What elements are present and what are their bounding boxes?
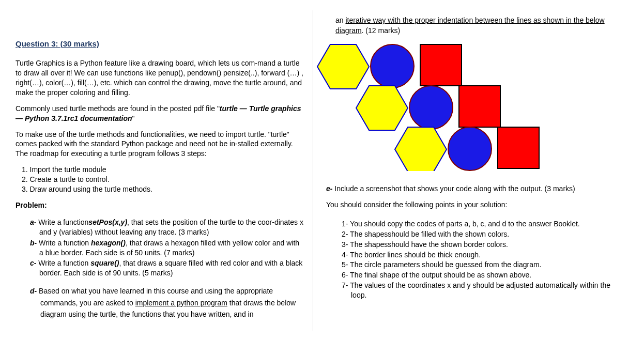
hexagon-icon bbox=[317, 44, 369, 89]
left-column: Question 3: (30 marks) Turtle Graphics i… bbox=[8, 10, 313, 331]
a-pre: Write a function bbox=[36, 218, 88, 226]
e-text: Include a screenshot that shows your cod… bbox=[332, 184, 575, 193]
d-continuation: an iterative way with the proper indenta… bbox=[335, 16, 610, 36]
fn-setpos: setPos(x,y) bbox=[88, 218, 127, 226]
point-item: 7- The values of the coordinates x and y… bbox=[342, 281, 610, 300]
circle-icon bbox=[448, 127, 492, 171]
square-icon bbox=[420, 44, 462, 86]
intro-paragraph-3: To make use of the turtle methods and fu… bbox=[16, 130, 305, 159]
lead-d: d- bbox=[30, 287, 37, 295]
diagram-svg bbox=[300, 42, 548, 171]
problem-sub-list: a- Write a functionsetPos(x,y), that set… bbox=[30, 218, 305, 278]
square-icon bbox=[459, 86, 500, 127]
point-item: 2- The shapesshould be filled with the s… bbox=[342, 229, 610, 239]
fn-hexagon: hexagon() bbox=[91, 239, 126, 247]
row-1 bbox=[317, 44, 462, 89]
item-c: c- Write a function square(), that draws… bbox=[30, 258, 305, 278]
point-item: 1- You should copy the codes of parts a,… bbox=[342, 219, 610, 229]
point-item: 3- The shapesshould have the shown borde… bbox=[342, 240, 610, 250]
points-intro: You should consider the following points… bbox=[326, 200, 610, 210]
square-icon bbox=[498, 127, 539, 168]
row-2 bbox=[356, 86, 500, 130]
step-item: 2. Create a turtle to control. bbox=[22, 175, 305, 184]
point-item: 5- The circle parameters should be guess… bbox=[342, 260, 610, 270]
d-cont-pre: an bbox=[335, 16, 345, 24]
b-pre: Write a function bbox=[37, 239, 91, 247]
circle-icon bbox=[371, 44, 414, 88]
item-b: b- Write a function hexagon(), that draw… bbox=[30, 238, 305, 258]
d-cont-post: . (12 marks) bbox=[362, 26, 401, 35]
c-pre: Write a function bbox=[36, 259, 90, 267]
steps-list: 1. Import the turtle module 2. Create a … bbox=[22, 165, 305, 194]
lead-a: a- bbox=[30, 218, 36, 226]
intro-paragraph-1: Turtle Graphics is a Python feature like… bbox=[16, 58, 305, 98]
circle-icon bbox=[409, 86, 453, 129]
shapes-diagram bbox=[300, 42, 610, 174]
right-column: an iterative way with the proper indenta… bbox=[313, 10, 618, 331]
step-item: 1. Import the turtle module bbox=[22, 165, 305, 175]
intro-paragraph-2: Commonly used turtle methods are found i… bbox=[16, 104, 305, 123]
points-list: 1- You should copy the codes of parts a,… bbox=[342, 219, 610, 300]
lead-e: e- bbox=[326, 184, 332, 193]
intro2-pre: Commonly used turtle methods are found i… bbox=[16, 104, 220, 113]
step-item: 3. Draw around using the turtle methods. bbox=[22, 184, 305, 194]
intro2-post: " bbox=[132, 114, 135, 122]
problem-label: Problem: bbox=[16, 200, 305, 210]
item-a: a- Write a functionsetPos(x,y), that set… bbox=[30, 218, 305, 237]
row-3 bbox=[395, 127, 539, 171]
d-underline: implement a python program bbox=[135, 299, 227, 307]
hexagon-icon bbox=[356, 86, 408, 130]
point-item: 6- The final shape of the output should … bbox=[342, 270, 610, 280]
item-e: e- Include a screenshot that shows your … bbox=[326, 184, 610, 194]
fn-square: square() bbox=[90, 259, 119, 267]
lead-c: c- bbox=[30, 259, 36, 267]
question-title: Question 3: (30 marks) bbox=[16, 39, 305, 49]
lead-b: b- bbox=[30, 239, 37, 247]
item-d: d- Based on what you have learned in thi… bbox=[30, 285, 305, 320]
point-item: 4- The border lines should be thick enou… bbox=[342, 250, 610, 260]
hexagon-icon bbox=[395, 127, 447, 171]
